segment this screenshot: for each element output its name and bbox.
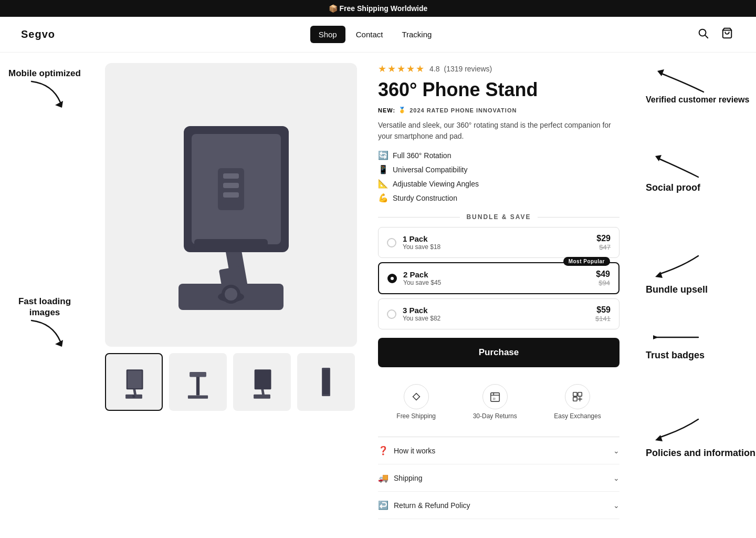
pack-savings-3: You save $82 [403, 315, 595, 322]
banner-text: Free Shipping Worldwide [340, 4, 428, 13]
returns-icon: 30 [482, 384, 508, 409]
svg-point-17 [225, 288, 237, 301]
star-rating: ★★★★★ [378, 63, 425, 75]
most-popular-badge: Most Popular [563, 257, 610, 266]
product-images [105, 63, 357, 519]
svg-rect-22 [128, 371, 142, 388]
bundle-line-right [538, 217, 620, 218]
svg-line-1 [705, 35, 708, 38]
bundle-upsell-arrow [646, 251, 709, 282]
logo: Segvo [21, 28, 55, 40]
verified-reviews-arrow [646, 63, 709, 95]
thumbnail-4[interactable] [297, 353, 355, 411]
thumbnail-2[interactable] [169, 353, 227, 411]
right-annotations: Verified customer reviews Social proof B… [646, 63, 756, 463]
fast-loading-arrow [26, 318, 68, 349]
verified-reviews-annotation: Verified customer reviews [646, 63, 756, 109]
compatibility-icon: 📱 [378, 164, 388, 174]
left-annotations: Mobile optimized Fast loading images [5, 68, 84, 351]
social-proof-annotation: Social proof [646, 151, 756, 198]
price-original-1: $47 [596, 243, 611, 251]
policies-arrow [646, 414, 709, 446]
bundle-option-3pack[interactable]: 3 Pack You save $82 $59 $141 [378, 298, 620, 329]
accordion-header-how[interactable]: ❓ How it works ⌄ [378, 437, 620, 464]
price-current-2: $49 [596, 270, 610, 279]
policies-label: Policies and information [646, 448, 756, 459]
svg-rect-35 [573, 392, 577, 396]
svg-marker-38 [657, 69, 664, 76]
cart-button[interactable] [719, 25, 735, 44]
svg-marker-4 [55, 340, 63, 347]
svg-rect-14 [194, 239, 268, 250]
trust-badges-arrow [646, 327, 709, 348]
bundle-radio-3pack [387, 309, 396, 319]
nav-tracking[interactable]: Tracking [393, 26, 440, 43]
angles-icon: 📐 [378, 179, 388, 189]
bundle-info-1pack: 1 Pack You save $18 [403, 234, 596, 251]
accordion-header-refund[interactable]: ↩️ Return & Refund Policy ⌄ [378, 492, 620, 519]
product-title: 360° Phone Stand [378, 79, 620, 100]
banner-icon: 📦 [329, 4, 338, 13]
svg-marker-39 [655, 155, 662, 161]
thumbnail-3[interactable] [233, 353, 291, 411]
review-count: (1319 reviews) [444, 65, 492, 73]
bundle-option-2pack[interactable]: Most Popular 2 Pack You save $45 $49 $94 [378, 262, 620, 294]
feature-4: 💪 Sturdy Construction [378, 193, 620, 203]
bundle-info-2pack: 2 Pack You save $45 [403, 270, 596, 286]
chevron-down-icon-refund: ⌄ [613, 501, 620, 510]
phone-stand-svg [152, 89, 310, 320]
new-label: NEW: [378, 107, 395, 113]
cart-icon [721, 27, 733, 39]
bundle-upsell-label: Bundle upsell [646, 284, 756, 296]
product-description: Versatile and sleek, our 360° rotating s… [378, 120, 620, 142]
new-badge-text: 2024 RATED PHONE INNOVATION [410, 107, 517, 113]
policies-annotation: Policies and information [646, 414, 756, 459]
new-badge: NEW: 🥇 2024 RATED PHONE INNOVATION [378, 107, 620, 113]
pack-name-1: 1 Pack [403, 234, 596, 243]
trust-easy-exchanges: Easy Exchanges [554, 384, 601, 420]
social-proof-label: Social proof [646, 182, 756, 194]
svg-rect-37 [573, 397, 577, 401]
trust-badges: Free Shipping 30 30-Day Returns [378, 378, 620, 426]
shipping-icon: 🚚 [378, 473, 388, 483]
pack-name-2: 2 Pack [403, 270, 596, 279]
svg-text:30: 30 [492, 398, 496, 400]
thumbnail-1[interactable] [105, 353, 163, 411]
how-it-works-title: How it works [394, 447, 608, 455]
pack-name-3: 3 Pack [403, 306, 595, 315]
free-shipping-label: Free Shipping [396, 412, 436, 420]
main-product-image [105, 63, 357, 347]
svg-rect-26 [254, 395, 270, 399]
refund-title: Return & Refund Policy [394, 501, 608, 510]
price-original-3: $141 [595, 315, 611, 323]
bundle-radio-1pack [387, 238, 396, 247]
svg-marker-3 [55, 101, 63, 108]
purchase-button[interactable]: Purchase [378, 338, 620, 367]
nav-contact[interactable]: Contact [348, 26, 392, 43]
bundle-option-1pack[interactable]: 1 Pack You save $18 $29 $47 [378, 227, 620, 258]
accordion-header-shipping[interactable]: 🚚 Shipping ⌄ [378, 464, 620, 491]
svg-rect-12 [223, 183, 239, 188]
search-button[interactable] [695, 25, 711, 44]
bundle-radio-2pack [387, 274, 397, 283]
svg-rect-23 [188, 395, 208, 398]
exchanges-icon [565, 384, 590, 409]
accordion-shipping: 🚚 Shipping ⌄ [378, 464, 620, 492]
nav-shop[interactable]: Shop [310, 26, 345, 43]
feature-1-text: Full 360° Rotation [393, 151, 451, 160]
accordion-section: ❓ How it works ⌄ 🚚 Shipping ⌄ ↩️ Return … [378, 437, 620, 519]
svg-rect-28 [255, 369, 271, 389]
trust-30-day-returns: 30 30-Day Returns [473, 384, 517, 420]
svg-marker-41 [653, 335, 658, 339]
feature-2: 📱 Universal Compatibility [378, 164, 620, 174]
bundle-info-3pack: 3 Pack You save $82 [403, 306, 595, 322]
accordion-how-it-works: ❓ How it works ⌄ [378, 437, 620, 464]
price-current-1: $29 [596, 234, 611, 243]
refund-icon: ↩️ [378, 500, 388, 510]
social-proof-arrow [646, 151, 709, 182]
verified-reviews-label: Verified customer reviews [646, 95, 749, 105]
bundle-line-left [378, 217, 460, 218]
chevron-down-icon-shipping: ⌄ [613, 474, 620, 482]
shipping-title: Shipping [394, 474, 608, 482]
how-it-works-icon: ❓ [378, 446, 388, 456]
